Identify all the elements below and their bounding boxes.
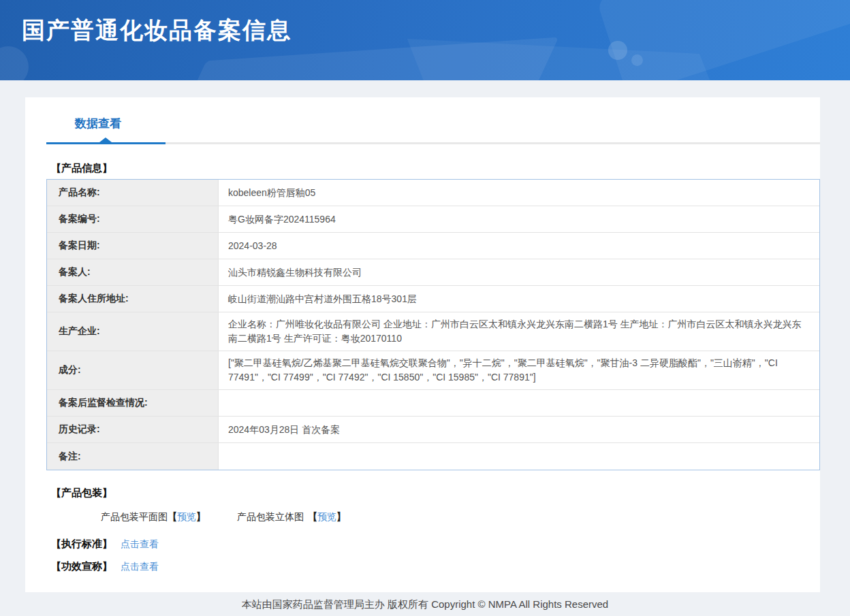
banner-decoration-shape [596, 0, 850, 80]
row-value: 岐山街道潮汕路中宫村道外围五格18号301层 [219, 286, 819, 312]
bracket-close: 】 [196, 511, 206, 523]
efficacy-section-title: 【功效宣称】 [51, 560, 112, 573]
row-label: 成分: [47, 351, 219, 389]
table-row: 历史记录: 2024年03月28日 首次备案 [47, 417, 819, 443]
table-row: 备案后监督检查情况: [47, 390, 819, 417]
bracket-close: 】 [336, 511, 346, 523]
banner-decoration-circle [0, 46, 29, 80]
row-label: 备案日期: [47, 233, 219, 259]
standards-section-title: 【执行标准】 [51, 538, 112, 551]
row-value: 企业名称：广州唯妆化妆品有限公司 企业地址：广州市白云区太和镇永兴龙兴东南二横路… [219, 312, 819, 351]
preview-link-flat[interactable]: 预览 [177, 511, 196, 523]
preview-link-3d[interactable]: 预览 [317, 511, 336, 523]
content-card: 数据查看 【产品信息】 产品名称: kobeleen粉管唇釉05 备案编号: 粤… [25, 97, 820, 592]
row-value [219, 443, 819, 470]
product-info-table: 产品名称: kobeleen粉管唇釉05 备案编号: 粤G妆网备字2024115… [46, 179, 820, 470]
copyright-text: 本站由国家药品监督管理局主办 版权所有 Copyright © NMPA All… [242, 598, 608, 610]
bracket-open: 【 [308, 511, 317, 523]
row-label: 生产企业: [47, 312, 219, 351]
page-header: 国产普通化妆品备案信息 [0, 0, 850, 80]
page-footer: 本站由国家药品监督管理局主办 版权所有 Copyright © NMPA All… [0, 592, 850, 616]
efficacy-row: 【功效宣称】 点击查看 [51, 560, 799, 573]
row-label: 备案人住所地址: [47, 286, 219, 312]
banner-decoration-shape [407, 39, 724, 80]
row-value: kobeleen粉管唇釉05 [219, 180, 819, 206]
row-label: 备注: [47, 443, 219, 470]
packaging-stereo-label: 产品包装立体图 [237, 511, 304, 523]
tab-bar: 数据查看 [46, 97, 799, 144]
row-value: 2024-03-28 [219, 233, 819, 259]
row-label: 产品名称: [47, 180, 219, 206]
table-row: 备案人: 汕头市精锐鑫生物科技有限公司 [47, 259, 819, 286]
row-value [219, 390, 819, 416]
table-row: 产品名称: kobeleen粉管唇釉05 [47, 180, 819, 206]
tab-underline [46, 142, 820, 144]
tab-data-view[interactable]: 数据查看 [75, 116, 121, 142]
row-value: 汕头市精锐鑫生物科技有限公司 [219, 259, 819, 285]
row-value: 粤G妆网备字2024115964 [219, 206, 819, 232]
table-row: 生产企业: 企业名称：广州唯妆化妆品有限公司 企业地址：广州市白云区太和镇永兴龙… [47, 312, 819, 351]
packaging-flat-item: 产品包装平面图 【 预览 】 [101, 511, 206, 523]
table-row: 备注: [47, 443, 819, 470]
table-row: 备案人住所地址: 岐山街道潮汕路中宫村道外围五格18号301层 [47, 286, 819, 312]
row-label: 备案后监督检查情况: [47, 390, 219, 416]
banner-decoration-circle [631, 54, 643, 66]
row-label: 备案编号: [47, 206, 219, 232]
banner-decoration-circle [608, 41, 627, 60]
view-efficacy-link[interactable]: 点击查看 [121, 561, 159, 573]
tab-active-indicator [46, 142, 166, 144]
row-label: 备案人: [47, 259, 219, 285]
page-title: 国产普通化妆品备案信息 [22, 15, 292, 46]
tab-active-arrow-icon [99, 137, 112, 142]
product-info-section-title: 【产品信息】 [51, 162, 799, 175]
row-label: 历史记录: [47, 417, 219, 442]
table-row: 备案日期: 2024-03-28 [47, 233, 819, 259]
table-row: 成分: ["聚二甲基硅氧烷/乙烯基聚二甲基硅氧烷交联聚合物"，"异十二烷"，"聚… [47, 351, 819, 390]
table-row: 备案编号: 粤G妆网备字2024115964 [47, 206, 819, 233]
packaging-row: 产品包装平面图 【 预览 】 产品包装立体图 【 预览 】 [101, 511, 799, 523]
standards-row: 【执行标准】 点击查看 [51, 538, 799, 551]
view-standards-link[interactable]: 点击查看 [121, 538, 159, 551]
row-value: 2024年03月28日 首次备案 [219, 417, 819, 442]
packaging-section-title: 【产品包装】 [51, 487, 799, 500]
packaging-flat-label: 产品包装平面图 [101, 511, 168, 523]
page-background: 数据查看 【产品信息】 产品名称: kobeleen粉管唇釉05 备案编号: 粤… [0, 97, 850, 616]
bracket-open: 【 [168, 511, 177, 523]
row-value: ["聚二甲基硅氧烷/乙烯基聚二甲基硅氧烷交联聚合物"，"异十二烷"，"聚二甲基硅… [219, 351, 819, 389]
tab-data-view-label: 数据查看 [75, 117, 121, 130]
packaging-stereo-item: 产品包装立体图 【 预览 】 [237, 511, 346, 523]
